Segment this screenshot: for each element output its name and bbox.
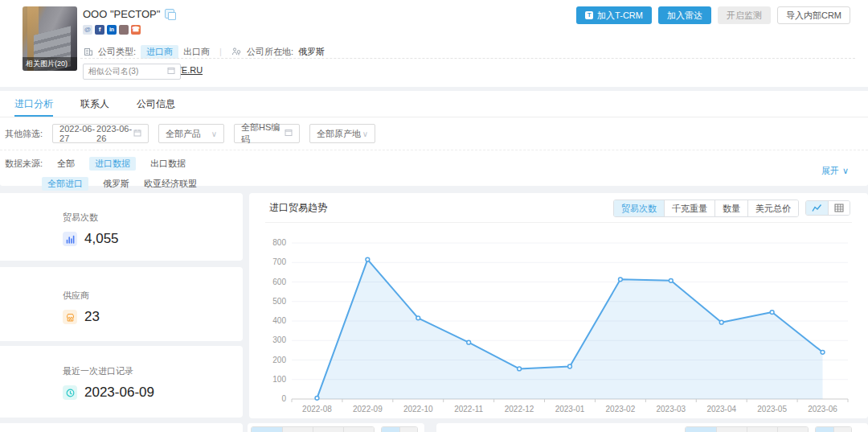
- metric-quantity[interactable]: 数量: [714, 200, 747, 216]
- hs-code-value: 全部HS编码: [241, 121, 285, 146]
- metric-trade-count[interactable]: 贸易次数: [614, 200, 664, 216]
- bottom-metric-switcher[interactable]: [251, 426, 375, 432]
- window-icon: [285, 129, 293, 138]
- other-filters-label: 其他筛选:: [5, 128, 43, 140]
- exporter-label[interactable]: 出口商: [183, 46, 210, 58]
- bottom-right-panel: [436, 423, 868, 432]
- chevron-down-icon: ∨: [362, 130, 368, 138]
- data-source-row: 数据来源: 全部 进口数据 出口数据: [0, 156, 868, 171]
- shop-icon: [63, 310, 77, 324]
- svg-text:500: 500: [272, 297, 286, 306]
- date-start: 2022-06-27: [59, 124, 96, 143]
- filter-row: 其他筛选: 2022-06-27 2023-06-26 全部产品 ∨ 全部HS编…: [0, 124, 868, 143]
- product-select[interactable]: 全部产品 ∨: [158, 124, 224, 143]
- start-monitor-button[interactable]: 开启监测: [718, 6, 771, 24]
- linkedin-icon[interactable]: in: [107, 25, 117, 35]
- tab-bar: 进口分析 联系人 公司信息: [0, 91, 868, 117]
- divider: |: [219, 47, 222, 56]
- social-links: @ f in ☎: [83, 25, 325, 35]
- bottom-right-view-switcher[interactable]: [815, 426, 852, 432]
- source-import-data[interactable]: 进口数据: [89, 157, 136, 171]
- hs-code-select[interactable]: 全部HS编码: [234, 124, 300, 143]
- scope-russia[interactable]: 俄罗斯: [103, 178, 129, 190]
- bottom-view-switcher[interactable]: [381, 426, 418, 432]
- svg-text:2023-06: 2023-06: [808, 405, 837, 413]
- tab-company-info[interactable]: 公司信息: [137, 91, 175, 117]
- email-icon[interactable]: @: [83, 25, 92, 35]
- importer-chip[interactable]: 进口商: [141, 45, 178, 59]
- page: 相关图片(20) OOO "PECTOP" @ f in ☎ 公司类型: 进口商…: [0, 0, 868, 432]
- suppliers-label: 供应商: [63, 290, 243, 302]
- stat-card-last-import: 最近一次进口记录 2023-06-09: [0, 346, 243, 418]
- metric-usd-total[interactable]: 美元总价: [747, 200, 798, 216]
- add-tcrm-button[interactable]: T 加入T-CRM: [576, 6, 652, 24]
- trend-controls: 贸易次数 千克重量 数量 美元总价: [613, 200, 850, 217]
- window-icon: [167, 67, 175, 76]
- chevron-down-icon: ∨: [842, 166, 849, 176]
- scope-all-import[interactable]: 全部进口: [42, 177, 88, 191]
- date-range-picker[interactable]: 2022-06-27 2023-06-26: [52, 124, 149, 143]
- trend-chart-svg: 01002003004005006007008002022-082022-092…: [261, 222, 856, 418]
- product-select-value: 全部产品: [166, 128, 201, 140]
- tab-import-analysis[interactable]: 进口分析: [14, 91, 53, 117]
- tcrm-icon: T: [585, 11, 593, 19]
- bottom-right-metric-switcher[interactable]: [685, 426, 809, 432]
- company-photo[interactable]: 相关图片(20): [23, 6, 77, 71]
- svg-text:2023-05: 2023-05: [757, 405, 787, 413]
- bottom-left-card: [0, 423, 243, 432]
- bar-chart-icon: [63, 232, 77, 246]
- location-value: 俄罗斯: [298, 46, 325, 58]
- similar-companies-select[interactable]: 相似公司名(3): [83, 64, 181, 80]
- trend-panel: 进口贸易趋势 贸易次数 千克重量 数量 美元总价: [249, 193, 868, 418]
- instagram-icon[interactable]: [119, 25, 129, 35]
- stat-card-trade-count: 贸易次数 4,055: [0, 193, 243, 261]
- add-radar-label: 加入雷达: [667, 7, 702, 23]
- trade-count-value: 4,055: [84, 231, 119, 247]
- company-type-label: 公司类型:: [98, 46, 136, 58]
- date-end: 2023-06-26: [96, 124, 133, 143]
- trade-count-label: 贸易次数: [63, 212, 243, 224]
- import-scope-row: 全部进口 俄罗斯 欧亚经济联盟: [0, 176, 868, 191]
- svg-text:2022-12: 2022-12: [505, 405, 534, 413]
- copy-icon[interactable]: [165, 9, 174, 19]
- data-source-label: 数据来源:: [5, 158, 43, 170]
- trend-chart[interactable]: 01002003004005006007008002022-082022-092…: [261, 222, 856, 418]
- svg-text:200: 200: [272, 356, 286, 364]
- company-name: OOO "PECTOP": [83, 8, 160, 20]
- svg-text:600: 600: [272, 278, 286, 286]
- expand-toggle[interactable]: 展开 ∨: [821, 165, 849, 177]
- origin-select[interactable]: 全部原产地 ∨: [309, 124, 375, 143]
- start-monitor-label: 开启监测: [727, 7, 762, 23]
- source-all[interactable]: 全部: [57, 158, 75, 170]
- stat-card-suppliers: 供应商 23: [0, 267, 243, 341]
- metric-switcher: 贸易次数 千克重量 数量 美元总价: [613, 200, 799, 217]
- trend-title: 进口贸易趋势: [269, 201, 327, 215]
- similar-companies-label: 相似公司名(3): [88, 66, 138, 77]
- svg-text:2023-02: 2023-02: [606, 405, 636, 413]
- source-export-data[interactable]: 出口数据: [150, 158, 186, 170]
- building-icon: [83, 47, 93, 57]
- origin-select-value: 全部原产地: [317, 128, 361, 140]
- chevron-down-icon: ∨: [211, 130, 217, 138]
- header-divider: [80, 58, 855, 59]
- company-header: 相关图片(20) OOO "PECTOP" @ f in ☎ 公司类型: 进口商…: [0, 0, 868, 87]
- table-view-icon[interactable]: [828, 201, 850, 215]
- suppliers-value: 23: [84, 309, 100, 325]
- related-images-badge[interactable]: 相关图片(20): [23, 57, 77, 71]
- line-chart-view-icon[interactable]: [806, 201, 828, 215]
- expand-label: 展开: [821, 165, 839, 177]
- facebook-icon[interactable]: f: [95, 25, 104, 35]
- header-actions: T 加入T-CRM 加入雷达 开启监测 导入内部CRM: [576, 6, 850, 24]
- svg-text:2023-04: 2023-04: [706, 405, 736, 413]
- add-radar-button[interactable]: 加入雷达: [658, 6, 711, 24]
- scope-eaeu[interactable]: 欧亚经济联盟: [144, 178, 197, 190]
- svg-text:2022-10: 2022-10: [403, 405, 433, 413]
- analysis-section: 进口分析 联系人 公司信息 其他筛选: 2022-06-27 2023-06-2…: [0, 91, 868, 186]
- tab-contacts[interactable]: 联系人: [80, 91, 109, 117]
- phone-icon[interactable]: ☎: [131, 25, 141, 35]
- svg-text:0: 0: [281, 394, 286, 403]
- view-switcher: [805, 200, 850, 216]
- svg-text:2022-08: 2022-08: [302, 405, 332, 413]
- import-crm-button[interactable]: 导入内部CRM: [777, 6, 850, 24]
- metric-kg-weight[interactable]: 千克重量: [664, 200, 714, 216]
